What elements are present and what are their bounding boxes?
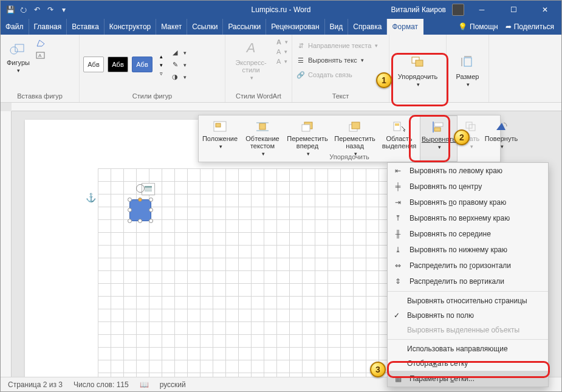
gallery-up-icon[interactable]: ▴ <box>160 53 163 60</box>
resize-handle[interactable] <box>128 208 132 212</box>
status-page[interactable]: Страница 2 из 3 <box>8 380 63 389</box>
size-icon <box>458 52 478 72</box>
svg-rect-23 <box>395 123 399 126</box>
user-name[interactable]: Виталий Каиров <box>391 5 446 14</box>
use-guides-item[interactable]: Использовать направляющие <box>388 342 548 356</box>
tab-references[interactable]: Ссылки <box>187 19 223 35</box>
status-language[interactable]: русский <box>160 380 186 389</box>
wordart-styles-button[interactable]: A Экспресс-стили▾ <box>229 37 273 82</box>
show-grid-item[interactable]: Отображать сетку <box>388 356 548 371</box>
send-backward-button[interactable]: Переместить назад▾ <box>331 115 379 162</box>
link-icon: 🔗 <box>296 70 306 80</box>
gallery-down-icon[interactable]: ▾ <box>160 62 163 68</box>
size-button[interactable]: Размер▾ <box>454 51 482 89</box>
text-direction-icon: ⇵ <box>296 41 306 50</box>
rotate-button[interactable]: Повернуть▾ <box>484 115 518 162</box>
tab-help[interactable]: Справка <box>348 19 387 35</box>
avatar[interactable] <box>452 4 464 16</box>
text-effects-button[interactable]: A▾ <box>276 58 288 65</box>
tab-home[interactable]: Главная <box>29 19 67 35</box>
close-button[interactable]: ✕ <box>531 1 559 19</box>
svg-rect-21 <box>352 122 360 129</box>
save-icon[interactable]: 💾 <box>5 5 15 15</box>
distribute-horizontal-item[interactable]: ⇔Распределить по горизонтали <box>388 258 548 273</box>
proofing-icon[interactable]: 📖 <box>140 380 149 389</box>
tab-review[interactable]: Рецензирован <box>266 19 324 35</box>
tab-layout[interactable]: Макет <box>156 19 187 35</box>
ruler-horizontal[interactable] <box>12 103 561 111</box>
resize-handle[interactable] <box>138 219 142 223</box>
redo-icon[interactable]: ↷ <box>46 5 55 15</box>
tab-format[interactable]: Формат <box>387 19 423 35</box>
gallery-more-icon[interactable]: ▿ <box>160 70 163 77</box>
shapes-button[interactable]: Фигуры▾ <box>4 37 32 75</box>
text-outline-button[interactable]: A▾ <box>276 48 288 55</box>
align-top-item[interactable]: ⤒Выровнять по верхнему краю <box>388 210 548 226</box>
shape-fill-button[interactable]: ◢▾ <box>170 48 187 58</box>
undo-icon[interactable]: ↶ <box>32 5 42 15</box>
align-to-page-item[interactable]: Выровнять относительно страницы <box>388 294 548 308</box>
align-to-margin-item[interactable]: ✓Выровнять по полю <box>388 308 548 323</box>
align-bottom-icon: ⤓ <box>392 245 403 255</box>
tab-mailings[interactable]: Рассылки <box>223 19 266 35</box>
tab-design[interactable]: Конструктор <box>105 19 156 35</box>
align-bottom-item[interactable]: ⤓Выровнять по нижнему краю <box>388 242 548 258</box>
distribute-h-icon: ⇔ <box>392 261 403 270</box>
svg-rect-19 <box>302 125 310 131</box>
rotate-icon <box>493 119 510 134</box>
position-button[interactable]: Положение▾ <box>199 115 241 162</box>
share-button[interactable]: ➦Поделиться <box>505 22 554 31</box>
text-direction-button[interactable]: ⇵Направление текста▾ <box>296 41 378 50</box>
align-right-item[interactable]: ⇥Выровнять по правому краю <box>388 194 548 210</box>
grid-settings-item[interactable]: ▦Параметры сетки... <box>388 371 548 387</box>
status-words[interactable]: Число слов: 115 <box>74 380 129 389</box>
text-box-icon[interactable]: A <box>36 50 46 60</box>
distribute-vertical-item[interactable]: ⇕Распределить по вертикали <box>388 273 548 289</box>
align-center-item[interactable]: ╪Выровнять по центру <box>388 179 548 194</box>
svg-rect-15 <box>259 123 266 129</box>
align-left-item[interactable]: ⇤Выровнять по левому краю <box>388 163 548 179</box>
ruler-vertical[interactable] <box>1 111 12 377</box>
style-swatch-white[interactable]: Абв <box>83 57 104 72</box>
resize-handle[interactable] <box>149 208 153 212</box>
tab-file[interactable]: Файл <box>1 19 29 35</box>
shape-outline-button[interactable]: ✎▾ <box>170 60 187 70</box>
tab-insert[interactable]: Вставка <box>67 19 105 35</box>
autosave-icon[interactable]: ⭮ <box>19 5 29 15</box>
create-link-button[interactable]: 🔗Создать связь <box>296 70 378 80</box>
minimize-button[interactable]: ─ <box>468 1 496 19</box>
align-button[interactable]: Выровнять▾ <box>420 115 457 162</box>
rotate-handle[interactable] <box>136 184 145 193</box>
arrange-button[interactable]: Упорядочить▾ <box>396 51 440 89</box>
title-bar: 💾 ⭮ ↶ ↷ ▾ Lumpics.ru - Word Виталий Каир… <box>1 1 561 19</box>
bring-forward-button[interactable]: Переместить вперед▾ <box>284 115 331 162</box>
svg-rect-14 <box>216 123 221 127</box>
tell-me[interactable]: 💡Помощн <box>458 22 498 31</box>
resize-handle[interactable] <box>138 198 142 202</box>
wrap-text-button[interactable]: Обтекание текстом▾ <box>241 115 284 162</box>
resize-handle[interactable] <box>149 198 153 202</box>
style-swatch-blue[interactable]: Абв <box>132 57 152 72</box>
tab-view[interactable]: Вид <box>325 19 349 35</box>
selected-shape[interactable] <box>129 199 151 221</box>
resize-handle[interactable] <box>128 198 132 202</box>
bring-forward-icon <box>299 119 316 134</box>
svg-rect-25 <box>434 128 440 131</box>
maximize-button[interactable]: ☐ <box>499 1 527 19</box>
resize-handle[interactable] <box>128 219 132 223</box>
align-text-button[interactable]: ☰Выровнять текс▾ <box>296 55 378 65</box>
edit-shape-icon[interactable] <box>36 38 46 48</box>
align-middle-item[interactable]: ╫Выровнять по середине <box>388 226 548 242</box>
svg-rect-7 <box>464 58 471 66</box>
anchor-icon: ⚓ <box>86 193 96 202</box>
text-fill-button[interactable]: A▾ <box>276 38 288 46</box>
qat-dropdown-icon[interactable]: ▾ <box>59 5 69 15</box>
svg-rect-24 <box>434 123 443 126</box>
style-swatch-black[interactable]: Абв <box>108 57 128 72</box>
outline-icon: ✎ <box>170 60 180 70</box>
svg-rect-11 <box>145 188 152 190</box>
shape-effects-button[interactable]: ◑▾ <box>170 72 187 82</box>
selection-pane-button[interactable]: Область выделения <box>379 115 420 162</box>
window-title: Lumpics.ru - Word <box>252 5 311 14</box>
resize-handle[interactable] <box>149 219 153 223</box>
